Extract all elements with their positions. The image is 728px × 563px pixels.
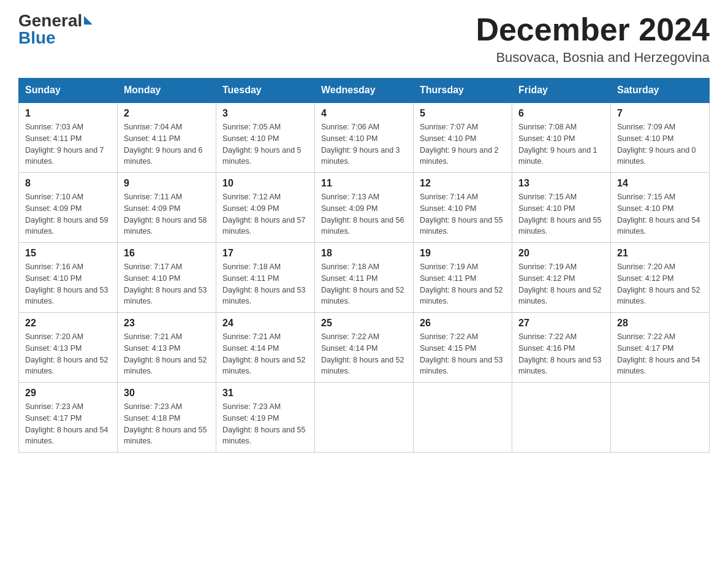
day-number: 22 [25,318,111,329]
day-number: 5 [420,108,506,119]
day-info: Sunrise: 7:09 AMSunset: 4:10 PMDaylight:… [617,121,703,167]
header-monday: Monday [118,79,216,103]
table-row [611,383,710,453]
day-info: Sunrise: 7:18 AMSunset: 4:11 PMDaylight:… [222,261,308,307]
day-number: 1 [25,108,111,119]
day-number: 11 [321,178,407,189]
table-row: 25 Sunrise: 7:22 AMSunset: 4:14 PMDaylig… [315,313,414,383]
day-number: 19 [420,248,506,259]
calendar-week-row: 1 Sunrise: 7:03 AMSunset: 4:11 PMDayligh… [19,102,710,173]
calendar-table: Sunday Monday Tuesday Wednesday Thursday… [18,78,710,453]
day-info: Sunrise: 7:22 AMSunset: 4:17 PMDaylight:… [617,331,703,377]
day-number: 18 [321,248,407,259]
day-number: 15 [25,248,111,259]
table-row [414,383,512,453]
table-row: 4 Sunrise: 7:06 AMSunset: 4:10 PMDayligh… [315,102,414,173]
table-row: 9 Sunrise: 7:11 AMSunset: 4:09 PMDayligh… [118,173,216,243]
table-row: 11 Sunrise: 7:13 AMSunset: 4:09 PMDaylig… [315,173,414,243]
day-info: Sunrise: 7:20 AMSunset: 4:13 PMDaylight:… [25,331,111,377]
table-row: 8 Sunrise: 7:10 AMSunset: 4:09 PMDayligh… [19,173,118,243]
calendar-header-row: Sunday Monday Tuesday Wednesday Thursday… [19,79,710,103]
day-info: Sunrise: 7:05 AMSunset: 4:10 PMDaylight:… [222,121,308,167]
day-number: 26 [420,318,506,329]
day-info: Sunrise: 7:13 AMSunset: 4:09 PMDaylight:… [321,191,407,237]
table-row: 18 Sunrise: 7:18 AMSunset: 4:11 PMDaylig… [315,243,414,313]
calendar-week-row: 15 Sunrise: 7:16 AMSunset: 4:10 PMDaylig… [19,243,710,313]
day-number: 16 [124,248,210,259]
day-number: 9 [124,178,210,189]
table-row: 1 Sunrise: 7:03 AMSunset: 4:11 PMDayligh… [19,102,118,173]
logo-triangle-icon [84,16,93,25]
day-number: 7 [617,108,703,119]
day-number: 31 [222,388,308,399]
day-info: Sunrise: 7:07 AMSunset: 4:10 PMDaylight:… [420,121,506,167]
day-number: 29 [25,388,111,399]
table-row: 21 Sunrise: 7:20 AMSunset: 4:12 PMDaylig… [611,243,710,313]
page-header: General Blue December 2024 Busovaca, Bos… [18,12,710,66]
table-row: 31 Sunrise: 7:23 AMSunset: 4:19 PMDaylig… [216,383,315,453]
logo-general-text: General [18,12,82,29]
table-row: 26 Sunrise: 7:22 AMSunset: 4:15 PMDaylig… [414,313,512,383]
header-sunday: Sunday [19,79,118,103]
day-info: Sunrise: 7:10 AMSunset: 4:09 PMDaylight:… [25,191,111,237]
day-info: Sunrise: 7:22 AMSunset: 4:15 PMDaylight:… [420,331,506,377]
day-number: 25 [321,318,407,329]
table-row: 23 Sunrise: 7:21 AMSunset: 4:13 PMDaylig… [118,313,216,383]
table-row: 12 Sunrise: 7:14 AMSunset: 4:10 PMDaylig… [414,173,512,243]
day-info: Sunrise: 7:23 AMSunset: 4:19 PMDaylight:… [222,401,308,447]
calendar-week-row: 8 Sunrise: 7:10 AMSunset: 4:09 PMDayligh… [19,173,710,243]
table-row: 29 Sunrise: 7:23 AMSunset: 4:17 PMDaylig… [19,383,118,453]
day-number: 8 [25,178,111,189]
table-row: 14 Sunrise: 7:15 AMSunset: 4:10 PMDaylig… [611,173,710,243]
day-number: 30 [124,388,210,399]
day-number: 4 [321,108,407,119]
table-row: 16 Sunrise: 7:17 AMSunset: 4:10 PMDaylig… [118,243,216,313]
day-number: 28 [617,318,703,329]
day-info: Sunrise: 7:22 AMSunset: 4:14 PMDaylight:… [321,331,407,377]
day-number: 27 [518,318,604,329]
table-row [315,383,414,453]
calendar-week-row: 22 Sunrise: 7:20 AMSunset: 4:13 PMDaylig… [19,313,710,383]
day-number: 6 [518,108,604,119]
day-info: Sunrise: 7:19 AMSunset: 4:12 PMDaylight:… [518,261,604,307]
table-row: 15 Sunrise: 7:16 AMSunset: 4:10 PMDaylig… [19,243,118,313]
table-row [512,383,611,453]
table-row: 20 Sunrise: 7:19 AMSunset: 4:12 PMDaylig… [512,243,611,313]
day-info: Sunrise: 7:18 AMSunset: 4:11 PMDaylight:… [321,261,407,307]
day-info: Sunrise: 7:16 AMSunset: 4:10 PMDaylight:… [25,261,111,307]
table-row: 19 Sunrise: 7:19 AMSunset: 4:11 PMDaylig… [414,243,512,313]
day-info: Sunrise: 7:14 AMSunset: 4:10 PMDaylight:… [420,191,506,237]
table-row: 3 Sunrise: 7:05 AMSunset: 4:10 PMDayligh… [216,102,315,173]
day-info: Sunrise: 7:22 AMSunset: 4:16 PMDaylight:… [518,331,604,377]
table-row: 27 Sunrise: 7:22 AMSunset: 4:16 PMDaylig… [512,313,611,383]
table-row: 22 Sunrise: 7:20 AMSunset: 4:13 PMDaylig… [19,313,118,383]
day-info: Sunrise: 7:11 AMSunset: 4:09 PMDaylight:… [124,191,210,237]
day-info: Sunrise: 7:06 AMSunset: 4:10 PMDaylight:… [321,121,407,167]
day-info: Sunrise: 7:23 AMSunset: 4:17 PMDaylight:… [25,401,111,447]
day-info: Sunrise: 7:12 AMSunset: 4:09 PMDaylight:… [222,191,308,237]
header-friday: Friday [512,79,611,103]
day-number: 13 [518,178,604,189]
table-row: 10 Sunrise: 7:12 AMSunset: 4:09 PMDaylig… [216,173,315,243]
day-number: 20 [518,248,604,259]
day-number: 12 [420,178,506,189]
day-number: 2 [124,108,210,119]
month-title: December 2024 [476,12,710,47]
day-info: Sunrise: 7:15 AMSunset: 4:10 PMDaylight:… [617,191,703,237]
day-info: Sunrise: 7:21 AMSunset: 4:13 PMDaylight:… [124,331,210,377]
day-info: Sunrise: 7:04 AMSunset: 4:11 PMDaylight:… [124,121,210,167]
day-number: 23 [124,318,210,329]
title-block: December 2024 Busovaca, Bosnia and Herze… [476,12,710,66]
day-number: 10 [222,178,308,189]
day-number: 14 [617,178,703,189]
day-number: 21 [617,248,703,259]
logo: General Blue [18,12,93,47]
table-row: 13 Sunrise: 7:15 AMSunset: 4:10 PMDaylig… [512,173,611,243]
day-info: Sunrise: 7:08 AMSunset: 4:10 PMDaylight:… [518,121,604,167]
table-row: 28 Sunrise: 7:22 AMSunset: 4:17 PMDaylig… [611,313,710,383]
table-row: 17 Sunrise: 7:18 AMSunset: 4:11 PMDaylig… [216,243,315,313]
table-row: 7 Sunrise: 7:09 AMSunset: 4:10 PMDayligh… [611,102,710,173]
day-info: Sunrise: 7:15 AMSunset: 4:10 PMDaylight:… [518,191,604,237]
table-row: 2 Sunrise: 7:04 AMSunset: 4:11 PMDayligh… [118,102,216,173]
header-wednesday: Wednesday [315,79,414,103]
